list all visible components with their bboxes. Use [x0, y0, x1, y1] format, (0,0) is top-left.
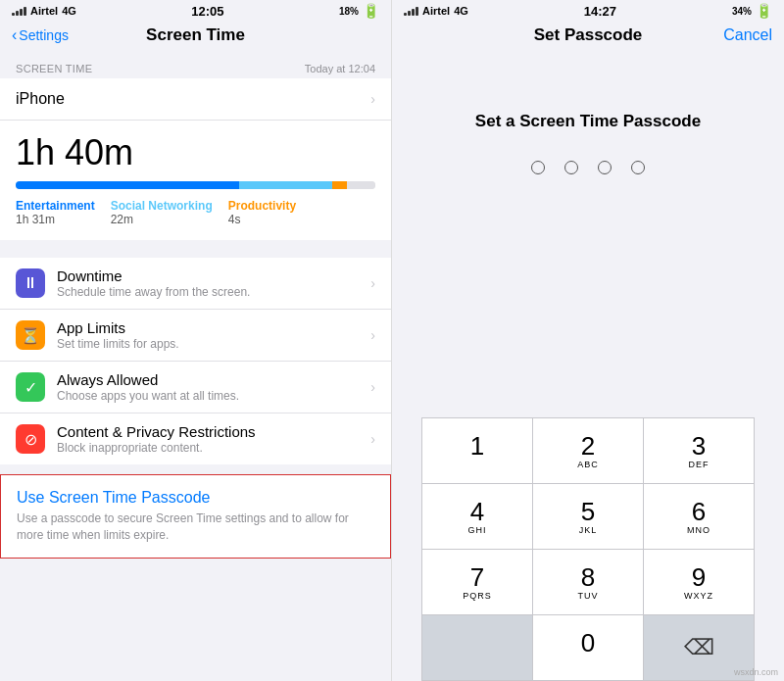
usage-progress-bar: [16, 181, 375, 189]
numpad-zero-row: 0 ⌫: [421, 615, 755, 681]
downtime-subtitle: Schedule time away from the screen.: [57, 285, 370, 299]
signal-icon: [12, 7, 26, 16]
chevron-icon: ›: [370, 431, 375, 447]
privacy-title: Content & Privacy Restrictions: [57, 423, 370, 440]
downtime-title: Downtime: [57, 268, 370, 284]
passcode-desc: Use a passcode to secure Screen Time set…: [17, 511, 374, 544]
carrier-label-right: Airtel: [422, 5, 450, 17]
status-bar-left: Airtel 4G 12:05 18% 🔋: [0, 0, 391, 22]
key-4[interactable]: 4 GHI: [422, 484, 532, 549]
content-area-left: SCREEN TIME Today at 12:04 iPhone › 1h 4…: [0, 53, 391, 681]
dot-2: [564, 161, 578, 174]
status-left-right: Airtel 4G: [404, 5, 468, 17]
divider-1: [0, 240, 391, 258]
prog-rest: [347, 181, 375, 189]
status-right: 18% 🔋: [339, 3, 379, 19]
usage-card: 1h 40m Entertainment 1h 31m Social Netwo…: [0, 121, 391, 240]
key-3[interactable]: 3 DEF: [644, 418, 754, 483]
downtime-row[interactable]: ⏸ Downtime Schedule time away from the s…: [0, 258, 391, 310]
key-9[interactable]: 9 WXYZ: [644, 550, 754, 614]
right-panel: Airtel 4G 14:27 34% 🔋 Set Passcode Cance…: [392, 0, 784, 681]
applimits-title: App Limits: [57, 319, 370, 336]
usage-entertainment: Entertainment 1h 31m: [16, 199, 95, 226]
chevron-icon: ›: [370, 91, 375, 107]
watermark: wsxdn.com: [734, 667, 778, 677]
back-chevron-icon: ‹: [12, 26, 17, 44]
usage-productivity: Productivity 4s: [228, 199, 296, 226]
status-bar-right: Airtel 4G 14:27 34% 🔋: [392, 0, 784, 22]
prog-social: [239, 181, 332, 189]
nav-bar-right: Set Passcode Cancel: [392, 22, 784, 53]
time-label: 12:05: [191, 4, 223, 19]
dot-3: [598, 161, 612, 174]
key-7[interactable]: 7 PQRS: [422, 550, 532, 614]
chevron-icon: ›: [370, 379, 375, 395]
back-label[interactable]: Settings: [19, 27, 69, 43]
section-label: SCREEN TIME: [16, 63, 92, 74]
alwaysallowed-subtitle: Choose apps you want at all times.: [57, 389, 370, 403]
left-panel: Airtel 4G 12:05 18% 🔋 ‹ Settings Screen …: [0, 0, 392, 681]
network-label-right: 4G: [454, 5, 468, 17]
section-date: Today at 12:04: [305, 63, 375, 74]
status-right-right: 34% 🔋: [732, 3, 772, 19]
alwaysallowed-icon: ✓: [16, 372, 45, 402]
applimits-icon: ⏳: [16, 320, 45, 350]
passcode-title: Set a Screen Time Passcode: [475, 112, 701, 131]
social-value: 22m: [111, 213, 213, 226]
alwaysallowed-title: Always Allowed: [57, 371, 370, 388]
usage-time: 1h 40m: [16, 132, 375, 173]
dot-4: [631, 161, 645, 174]
productivity-label: Productivity: [228, 199, 296, 213]
prog-productivity: [332, 181, 347, 189]
dot-1: [531, 161, 545, 174]
privacy-icon: ⊘: [16, 424, 45, 454]
key-2[interactable]: 2 ABC: [533, 418, 643, 483]
signal-icon-right: [404, 7, 418, 16]
entertainment-value: 1h 31m: [16, 213, 95, 226]
key-empty: [422, 615, 532, 680]
page-title-right: Set Passcode: [534, 25, 643, 45]
battery-icon-right: 🔋: [756, 3, 772, 19]
passcode-label[interactable]: Use Screen Time Passcode: [17, 489, 374, 507]
numpad: 1 2 ABC 3 DEF 4 GHI 5 JKL: [421, 417, 755, 615]
entertainment-label: Entertainment: [16, 199, 95, 213]
applimits-text: App Limits Set time limits for apps.: [57, 319, 370, 351]
battery-icon: 🔋: [363, 3, 379, 19]
delete-icon: ⌫: [684, 635, 714, 660]
alwaysallowed-row[interactable]: ✓ Always Allowed Choose apps you want at…: [0, 362, 391, 413]
page-title: Screen Time: [146, 25, 245, 45]
privacy-row[interactable]: ⊘ Content & Privacy Restrictions Block i…: [0, 413, 391, 464]
key-0[interactable]: 0: [533, 615, 643, 680]
settings-list: ⏸ Downtime Schedule time away from the s…: [0, 258, 391, 464]
prog-entertainment: [16, 181, 239, 189]
battery-percent: 18%: [339, 6, 359, 17]
passcode-row[interactable]: Use Screen Time Passcode Use a passcode …: [0, 474, 391, 559]
time-label-right: 14:27: [584, 4, 616, 19]
chevron-icon: ›: [370, 327, 375, 343]
productivity-value: 4s: [228, 213, 296, 226]
passcode-dots: [531, 161, 645, 174]
downtime-text: Downtime Schedule time away from the scr…: [57, 268, 370, 299]
key-6[interactable]: 6 MNO: [644, 484, 754, 549]
key-1[interactable]: 1: [422, 418, 532, 483]
usage-social: Social Networking 22m: [111, 199, 213, 226]
applimits-row[interactable]: ⏳ App Limits Set time limits for apps. ›: [0, 310, 391, 362]
battery-percent-right: 34%: [732, 6, 752, 17]
usage-breakdown: Entertainment 1h 31m Social Networking 2…: [16, 199, 375, 226]
iphone-row[interactable]: iPhone ›: [0, 78, 391, 121]
cancel-button[interactable]: Cancel: [723, 26, 772, 44]
privacy-text: Content & Privacy Restrictions Block ina…: [57, 423, 370, 455]
downtime-icon: ⏸: [16, 268, 45, 298]
section-header: SCREEN TIME Today at 12:04: [0, 53, 391, 78]
chevron-icon: ›: [370, 275, 375, 291]
key-5[interactable]: 5 JKL: [533, 484, 643, 549]
nav-bar-left: ‹ Settings Screen Time: [0, 22, 391, 53]
key-8[interactable]: 8 TUV: [533, 550, 643, 614]
back-button[interactable]: ‹ Settings: [12, 26, 69, 44]
applimits-subtitle: Set time limits for apps.: [57, 337, 370, 351]
status-left: Airtel 4G: [12, 5, 76, 17]
social-label: Social Networking: [111, 199, 213, 213]
alwaysallowed-text: Always Allowed Choose apps you want at a…: [57, 371, 370, 403]
network-label: 4G: [62, 5, 76, 17]
iphone-label: iPhone: [16, 90, 65, 108]
